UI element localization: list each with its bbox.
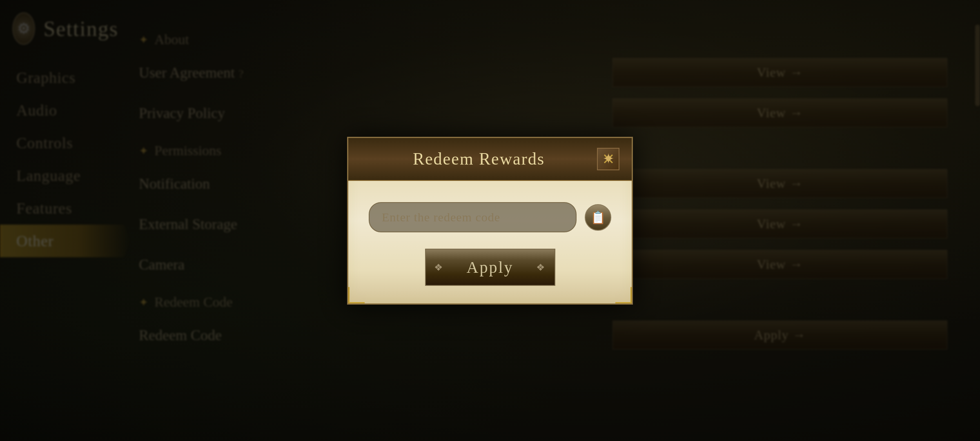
modal-header: Redeem Rewards ✦ bbox=[348, 138, 632, 181]
modal-overlay[interactable]: Redeem Rewards ✦ 📋 Apply bbox=[0, 0, 980, 441]
modal-close-button[interactable]: ✦ bbox=[597, 148, 619, 170]
redeem-code-input[interactable] bbox=[369, 202, 577, 232]
redeem-input-row: 📋 bbox=[369, 202, 611, 232]
modal-body: 📋 Apply bbox=[348, 181, 632, 303]
corner-br bbox=[615, 287, 632, 303]
star-decoration: ✦ bbox=[602, 150, 615, 167]
modal-title: Redeem Rewards bbox=[361, 149, 597, 169]
redeem-rewards-modal: Redeem Rewards ✦ 📋 Apply bbox=[347, 137, 633, 305]
modal-apply-button[interactable]: Apply bbox=[425, 249, 555, 286]
paste-icon: 📋 bbox=[590, 210, 606, 225]
paste-button[interactable]: 📋 bbox=[585, 204, 611, 231]
corner-bl bbox=[348, 287, 365, 303]
